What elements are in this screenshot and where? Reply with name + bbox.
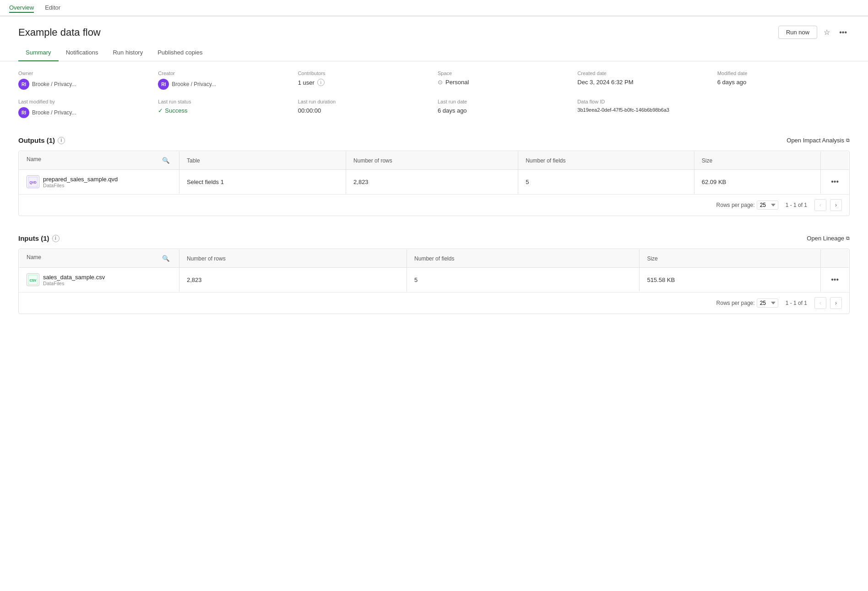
inputs-rpp-select[interactable]: 25 50 100 — [757, 298, 778, 308]
outputs-info-icon[interactable]: i — [58, 137, 65, 144]
tabs: Summary Notifications Run history Publis… — [0, 44, 868, 61]
outputs-header: Outputs (1) i Open Impact Analysis ⧉ — [18, 136, 850, 144]
outputs-file-info: prepared_sales_sample.qvd DataFiles — [43, 176, 118, 188]
space-label: Space — [438, 70, 570, 76]
inputs-row-size-cell: 515.58 KB — [640, 268, 821, 292]
outputs-row-rows-cell: 2,823 — [346, 170, 518, 194]
outputs-row-table-cell: Select fields 1 — [179, 170, 346, 194]
inputs-section: Inputs (1) i Open Lineage ⧉ Name 🔍 Numbe… — [0, 225, 868, 314]
svg-text:QVD: QVD — [29, 181, 36, 184]
tab-run-history[interactable]: Run history — [105, 44, 150, 61]
outputs-rpp-label: Rows per page: — [716, 202, 755, 208]
outputs-table: Name 🔍 Table Number of rows Number of fi… — [19, 151, 849, 194]
outputs-name-search-button[interactable]: 🔍 — [160, 156, 172, 165]
inputs-file-cell: CSV sales_data_sample.csv DataFiles — [27, 273, 172, 286]
qvd-file-icon: QVD — [27, 175, 39, 188]
space-value: ⊙ Personal — [438, 79, 570, 86]
inputs-col-name: Name 🔍 — [19, 249, 179, 268]
modified-date-text: 6 days ago — [717, 79, 747, 86]
tab-summary[interactable]: Summary — [18, 44, 59, 61]
owner-avatar: RI — [18, 79, 29, 90]
svg-text:CSV: CSV — [30, 279, 37, 282]
inputs-page-info: 1 - 1 of 1 — [786, 300, 807, 306]
created-date-value: Dec 3, 2024 6:32 PM — [577, 79, 710, 86]
inputs-prev-page-button[interactable]: ‹ — [814, 297, 826, 309]
inputs-row-fields-cell: 5 — [407, 268, 640, 292]
creator-value: RI Brooke / Privacy... — [158, 79, 290, 90]
contributors-value: 1 user i — [298, 79, 430, 86]
csv-file-icon: CSV — [27, 273, 39, 286]
inputs-pagination: Rows per page: 25 50 100 1 - 1 of 1 ‹ › — [19, 292, 849, 314]
last-modified-by-meta: Last modified by RI Brooke / Privacy... — [18, 99, 151, 118]
contributors-info-icon[interactable]: i — [317, 79, 325, 86]
outputs-col-rows: Number of rows — [346, 152, 518, 170]
last-run-date-text: 6 days ago — [438, 107, 467, 114]
contributors-text: 1 user — [298, 79, 315, 86]
last-modified-by-name: Brooke / Privacy... — [32, 109, 76, 116]
outputs-col-size: Size — [694, 152, 820, 170]
outputs-row-size-cell: 62.09 KB — [694, 170, 820, 194]
inputs-row-name-cell: CSV sales_data_sample.csv DataFiles — [19, 268, 179, 292]
inputs-file-info: sales_data_sample.csv DataFiles — [43, 274, 105, 286]
last-run-status-value: ✓ Success — [158, 107, 290, 114]
inputs-rows-per-page: Rows per page: 25 50 100 — [716, 298, 778, 308]
inputs-title-text: Inputs (1) — [18, 234, 49, 242]
top-nav-editor[interactable]: Editor — [45, 4, 60, 13]
top-nav-overview[interactable]: Overview — [9, 4, 34, 13]
outputs-col-table: Table — [179, 152, 346, 170]
owner-name: Brooke / Privacy... — [32, 81, 76, 87]
outputs-pagination: Rows per page: 25 50 100 1 - 1 of 1 ‹ › — [19, 194, 849, 216]
last-run-status-label: Last run status — [158, 99, 290, 104]
inputs-table: Name 🔍 Number of rows Number of fields S… — [19, 249, 849, 292]
more-options-button[interactable]: ••• — [836, 27, 850, 38]
inputs-col-rows: Number of rows — [179, 249, 407, 268]
last-modified-by-label: Last modified by — [18, 99, 151, 104]
data-flow-id-label: Data flow ID — [577, 99, 710, 104]
open-impact-analysis-button[interactable]: Open Impact Analysis ⧉ — [787, 137, 850, 144]
data-flow-id-value: 3b19eea2-0def-47f5-b0fc-146b6b98b6a3 — [577, 107, 710, 113]
space-text: Personal — [445, 79, 469, 86]
external-link-icon: ⧉ — [846, 137, 850, 143]
outputs-row-fields-cell: 5 — [518, 170, 694, 194]
outputs-row-more-button[interactable]: ••• — [828, 176, 841, 188]
top-nav: Overview Editor — [0, 0, 868, 16]
inputs-title: Inputs (1) i — [18, 234, 60, 242]
owner-meta: Owner RI Brooke / Privacy... — [18, 70, 151, 90]
table-row: CSV sales_data_sample.csv DataFiles 2,82… — [19, 268, 849, 292]
open-lineage-button[interactable]: Open Lineage ⧉ — [807, 235, 850, 242]
inputs-col-name-label: Name — [27, 254, 41, 260]
inputs-col-fields: Number of fields — [407, 249, 640, 268]
outputs-rows-per-page: Rows per page: 25 50 100 — [716, 201, 778, 210]
tab-published-copies[interactable]: Published copies — [150, 44, 210, 61]
inputs-row-more-button[interactable]: ••• — [828, 274, 841, 286]
metadata-section: Owner RI Brooke / Privacy... Creator RI … — [0, 61, 868, 127]
last-run-duration-text: 00:00:00 — [298, 107, 321, 114]
created-date-text: Dec 3, 2024 6:32 PM — [577, 79, 633, 86]
creator-avatar: RI — [158, 79, 169, 90]
inputs-row-rows-cell: 2,823 — [179, 268, 407, 292]
tab-notifications[interactable]: Notifications — [59, 44, 106, 61]
page-title: Example data flow — [18, 27, 101, 38]
last-modified-by-value: RI Brooke / Privacy... — [18, 107, 151, 118]
open-impact-label: Open Impact Analysis — [787, 137, 844, 144]
last-run-status-text: Success — [165, 107, 187, 114]
outputs-prev-page-button[interactable]: ‹ — [814, 199, 826, 211]
inputs-info-icon[interactable]: i — [52, 235, 60, 242]
created-date-label: Created date — [577, 70, 710, 76]
modified-date-label: Modified date — [717, 70, 850, 76]
lineage-external-link-icon: ⧉ — [846, 235, 850, 241]
favorite-button[interactable]: ☆ — [821, 26, 833, 38]
outputs-title: Outputs (1) i — [18, 136, 65, 144]
table-row: QVD prepared_sales_sample.qvd DataFiles … — [19, 170, 849, 194]
inputs-rpp-label: Rows per page: — [716, 300, 755, 306]
outputs-rpp-select[interactable]: 25 50 100 — [757, 201, 778, 210]
open-lineage-label: Open Lineage — [807, 235, 844, 242]
run-now-button[interactable]: Run now — [778, 26, 817, 39]
modified-date-value: 6 days ago — [717, 79, 850, 86]
outputs-next-page-button[interactable]: › — [830, 199, 842, 211]
inputs-next-page-button[interactable]: › — [830, 297, 842, 309]
inputs-row-actions-cell: ••• — [821, 268, 849, 292]
last-run-date-label: Last run date — [438, 99, 570, 104]
outputs-section: Outputs (1) i Open Impact Analysis ⧉ Nam… — [0, 127, 868, 216]
inputs-name-search-button[interactable]: 🔍 — [160, 254, 172, 263]
